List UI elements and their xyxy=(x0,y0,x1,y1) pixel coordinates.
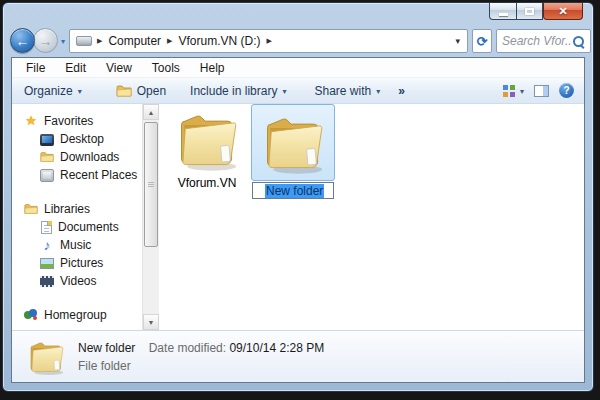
organize-label: Organize xyxy=(24,84,73,98)
desktop-icon xyxy=(40,134,54,146)
sidebar-label: Videos xyxy=(60,274,96,288)
chevron-down-icon: ▾ xyxy=(78,87,82,96)
homegroup-icon xyxy=(24,308,38,322)
share-label: Share with xyxy=(314,84,371,98)
sidebar-label: Recent Places xyxy=(60,168,137,182)
forward-icon: → xyxy=(39,33,53,49)
vertical-scrollbar[interactable]: ▲ ▼ xyxy=(142,104,159,330)
minimize-button[interactable] xyxy=(489,3,516,20)
file-list-area[interactable]: Vforum.VN New folder xyxy=(159,104,584,330)
more-commands-button[interactable]: » xyxy=(398,84,405,98)
details-pane: New folder Date modified: 09/10/14 2:28 … xyxy=(12,330,584,382)
rename-input[interactable]: New folder xyxy=(252,182,334,199)
address-dropdown-icon[interactable]: ▾ xyxy=(455,36,463,46)
scroll-down-icon: ▼ xyxy=(148,319,155,326)
sidebar-label: Music xyxy=(60,238,91,252)
history-dropdown-icon[interactable]: ▾ xyxy=(61,37,65,46)
organize-button[interactable]: Organize ▾ xyxy=(24,84,82,98)
sidebar-item-pictures[interactable]: Pictures xyxy=(12,254,142,272)
folder-name-label[interactable]: Vforum.VN xyxy=(169,176,245,190)
open-label: Open xyxy=(137,84,166,98)
search-box[interactable]: Search Vfor... xyxy=(496,29,591,53)
menu-edit[interactable]: Edit xyxy=(55,59,96,77)
folder-tile-new-selected[interactable] xyxy=(251,104,335,181)
refresh-icon: ⟳ xyxy=(477,34,488,49)
breadcrumb-arrow-icon[interactable]: ▶ xyxy=(167,37,172,45)
search-icon[interactable] xyxy=(572,35,585,48)
sidebar-label: Homegroup xyxy=(44,308,107,322)
menu-tools[interactable]: Tools xyxy=(142,59,190,77)
breadcrumb-arrow-icon[interactable]: ▶ xyxy=(97,37,102,45)
sidebar-label: Pictures xyxy=(60,256,103,270)
sidebar-label: Documents xyxy=(58,220,119,234)
sidebar-item-downloads[interactable]: Downloads xyxy=(12,148,142,166)
maximize-button[interactable] xyxy=(516,3,543,20)
back-icon: ← xyxy=(16,33,30,49)
minimize-icon xyxy=(499,13,508,16)
search-input[interactable]: Search Vfor... xyxy=(502,34,572,48)
refresh-button[interactable]: ⟳ xyxy=(472,29,492,53)
sidebar-item-homegroup[interactable]: Homegroup xyxy=(12,306,142,324)
details-file-name: New folder xyxy=(78,341,135,355)
help-icon: ? xyxy=(559,83,574,98)
sidebar-label: Downloads xyxy=(60,150,119,164)
scroll-up-icon: ▲ xyxy=(148,109,155,116)
titlebar[interactable]: ✕ xyxy=(3,3,593,25)
open-button[interactable]: Open xyxy=(116,83,166,99)
folder-icon xyxy=(116,83,132,99)
sidebar-item-music[interactable]: ♪ Music xyxy=(12,236,142,254)
folder-icon xyxy=(26,337,66,377)
menu-help[interactable]: Help xyxy=(190,59,235,77)
music-note-icon: ♪ xyxy=(40,238,54,252)
scrollbar-grip xyxy=(148,182,154,188)
menu-file[interactable]: File xyxy=(16,59,55,77)
close-icon: ✕ xyxy=(558,4,567,19)
sidebar-item-libraries[interactable]: Libraries xyxy=(12,200,142,218)
drive-icon xyxy=(76,36,92,46)
double-chevron-icon: » xyxy=(398,84,405,98)
preview-pane-icon xyxy=(534,85,549,97)
forward-button[interactable]: → xyxy=(33,28,58,53)
sidebar-item-documents[interactable]: Documents xyxy=(12,218,142,236)
folder-icon xyxy=(40,150,54,164)
scrollbar-thumb[interactable] xyxy=(144,122,158,247)
close-button[interactable]: ✕ xyxy=(543,3,583,20)
navigation-bar: ← → ▾ ▶ Computer ▶ Vforum.VN (D:) ▶ ▾ ⟳ … xyxy=(3,25,593,57)
command-bar: Organize ▾ Open Include in library ▾ Sha… xyxy=(12,78,584,104)
include-in-library-button[interactable]: Include in library ▾ xyxy=(190,84,286,98)
menu-view[interactable]: View xyxy=(96,59,142,77)
breadcrumb-computer[interactable]: Computer xyxy=(107,32,162,50)
recent-places-icon xyxy=(40,169,54,182)
sidebar-label: Favorites xyxy=(44,114,93,128)
chevron-down-icon: ▾ xyxy=(282,87,286,96)
views-grid-icon xyxy=(503,85,515,97)
sidebar-item-recent-places[interactable]: Recent Places xyxy=(12,166,142,184)
folder-tile-vforum[interactable]: Vforum.VN xyxy=(169,106,245,190)
maximize-icon xyxy=(525,8,534,15)
sidebar-item-videos[interactable]: Videos xyxy=(12,272,142,290)
navigation-pane: ★ Favorites Desktop Downloads Recent Pla… xyxy=(12,104,142,330)
change-view-button[interactable]: ▾ xyxy=(503,85,524,97)
picture-icon xyxy=(40,258,54,269)
chevron-down-icon: ▾ xyxy=(520,87,524,96)
sidebar-item-favorites[interactable]: ★ Favorites xyxy=(12,112,142,130)
film-strip-icon xyxy=(40,276,54,287)
breadcrumb-drive[interactable]: Vforum.VN (D:) xyxy=(177,32,261,50)
address-bar[interactable]: ▶ Computer ▶ Vforum.VN (D:) ▶ ▾ xyxy=(69,29,468,53)
sidebar-label: Libraries xyxy=(44,202,90,216)
sidebar-item-desktop[interactable]: Desktop xyxy=(12,130,142,148)
share-with-button[interactable]: Share with ▾ xyxy=(314,84,380,98)
details-date-value: 09/10/14 2:28 PM xyxy=(229,341,324,355)
libraries-icon xyxy=(24,202,38,216)
breadcrumb-arrow-icon[interactable]: ▶ xyxy=(266,37,271,45)
scroll-up-button[interactable]: ▲ xyxy=(143,104,159,120)
back-button[interactable]: ← xyxy=(10,28,35,53)
chevron-down-icon: ▾ xyxy=(376,87,380,96)
scroll-down-button[interactable]: ▼ xyxy=(143,314,159,330)
folder-icon xyxy=(173,106,241,174)
include-label: Include in library xyxy=(190,84,277,98)
help-button[interactable]: ? xyxy=(559,83,574,98)
rename-selected-text: New folder xyxy=(265,184,324,198)
preview-pane-button[interactable] xyxy=(534,85,549,97)
sidebar-label: Desktop xyxy=(60,132,104,146)
